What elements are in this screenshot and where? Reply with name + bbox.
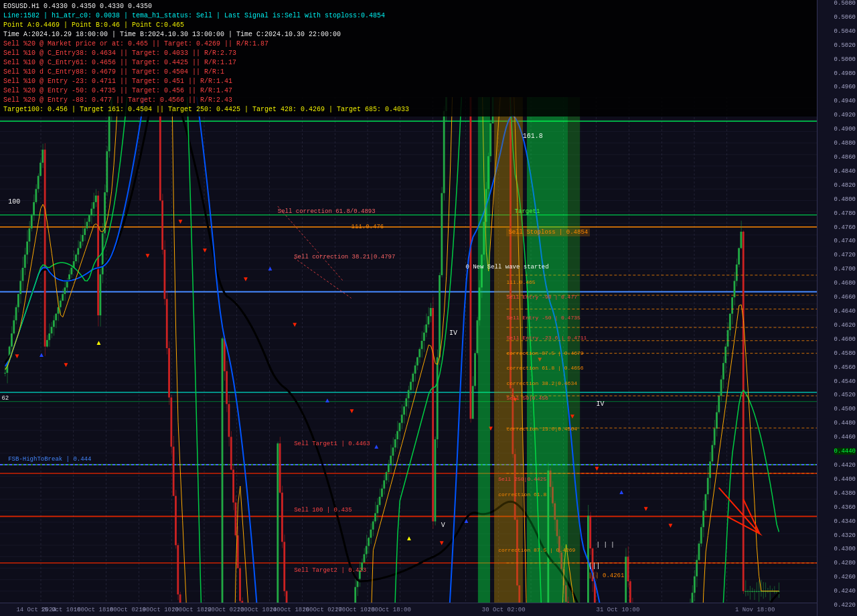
price-label: 0.4960 bbox=[834, 84, 856, 90]
price-label: 0.4320 bbox=[834, 532, 856, 539]
price-label: 0.4600 bbox=[834, 336, 856, 343]
price-label: 0.4520 bbox=[834, 392, 856, 398]
price-label: 0.4940 bbox=[834, 98, 856, 104]
chart-title: EOSUSD.H1 0.4330 0.4350 0.4330 0.4350 bbox=[3, 2, 813, 11]
price-label: 0.4760 bbox=[834, 224, 856, 231]
price-label: 0.4400 bbox=[834, 476, 856, 483]
label-sell-corr-382: Sell correction 38.21|0.4797 bbox=[294, 254, 395, 260]
info-line-8: Sell %10 d C_Entry88: 0.4679 || Target: … bbox=[3, 68, 813, 77]
price-label: 0.4900 bbox=[834, 126, 856, 133]
label-100: 100 bbox=[8, 198, 20, 206]
time-label: 1 Nov 18:00 bbox=[735, 607, 775, 613]
price-label: 0.4460 bbox=[834, 434, 856, 441]
label-62: 62 bbox=[1, 395, 9, 402]
label-iv-2: IV bbox=[597, 400, 605, 408]
price-label: 0.4220 bbox=[834, 602, 856, 609]
chart-canvas bbox=[0, 97, 817, 603]
info-panel: EOSUSD.H1 0.4330 0.4350 0.4330 0.4350 Li… bbox=[0, 0, 817, 117]
price-label: 0.4740 bbox=[834, 238, 856, 244]
label-stoploss: Sell Stoploss | 0.4854 bbox=[506, 228, 590, 236]
price-label: 0.5000 bbox=[834, 56, 856, 63]
price-label: 0.4300 bbox=[834, 546, 856, 552]
price-label: 0.4280 bbox=[834, 560, 856, 566]
label-fsb: FSB-HighToBreak | 0.444 bbox=[8, 456, 91, 463]
price-label: 0.4480 bbox=[834, 420, 856, 427]
price-label: 0.4240 bbox=[834, 588, 856, 595]
info-line-3: Point A:0.4469 | Point B:0.46 | Point C:… bbox=[3, 21, 813, 30]
price-label: 0.4980 bbox=[834, 70, 856, 77]
price-label: 0.4340 bbox=[834, 518, 856, 525]
label-target1: Target1 bbox=[515, 208, 540, 215]
price-label: 0.5040 bbox=[834, 28, 856, 35]
price-label: 0.4880 bbox=[834, 140, 856, 147]
price-label: 0.4860 bbox=[834, 154, 856, 161]
price-label: 0.4420 bbox=[834, 462, 856, 469]
price-label: 0.4560 bbox=[834, 364, 856, 371]
info-line-6: Sell %10 @ C_Entry38: 0.4634 || Target: … bbox=[3, 49, 813, 58]
label-111: 111.0.476 bbox=[352, 224, 384, 230]
price-label: 0.4360 bbox=[834, 504, 856, 511]
label-new-sell-wave: 0 New Sell wave started bbox=[465, 264, 548, 271]
price-label: 0.4680 bbox=[834, 280, 856, 287]
price-label: 0.4500 bbox=[834, 406, 856, 412]
price-scale: 0.50800.50600.50400.50200.50000.49800.49… bbox=[817, 0, 857, 616]
label-entry-236: Sell Entry -23.6 | 0.4711 bbox=[506, 335, 587, 341]
price-label: 0.4660 bbox=[834, 294, 856, 301]
price-label: 0.4580 bbox=[834, 350, 856, 357]
time-label: 31 Oct 10:00 bbox=[597, 607, 640, 613]
price-label: 0.4920 bbox=[834, 112, 856, 119]
label-corr-618: correction 61.8 | 0.4656 bbox=[506, 365, 583, 371]
info-line-7: Sell %10 @ C_Entry61: 0.4656 || Target: … bbox=[3, 58, 813, 68]
price-label: 0.4260 bbox=[834, 574, 856, 581]
price-label: 0.4620 bbox=[834, 322, 856, 329]
price-label: 0.4540 bbox=[834, 378, 856, 385]
time-label: 28 Oct 18:00 bbox=[368, 607, 411, 613]
chart-area: 100 Sell correction 61.8/0.4893 111.0.47… bbox=[0, 97, 817, 603]
info-line-5: Sell %20 @ Market price or at: 0.465 || … bbox=[3, 40, 813, 49]
label-sell-50: Sell 50|0.456 bbox=[506, 395, 548, 401]
label-lll-465: lll.0.465 bbox=[506, 279, 535, 285]
label-iii-v: | | | bbox=[597, 542, 615, 548]
price-label: 0.4700 bbox=[834, 266, 856, 273]
chart-container: EOSUSD.H1 0.4330 0.4350 0.4330 0.4350 Li… bbox=[0, 0, 857, 616]
label-iv-1: IV bbox=[449, 329, 457, 337]
label-corr-875: correction 87.5 | 0.4679 bbox=[506, 350, 583, 356]
label-entry-50: Sell Entry -50 | 0.4735 bbox=[506, 315, 580, 321]
label-sell-corr-618: Sell correction 61.8/0.4893 bbox=[278, 208, 376, 215]
price-label: 0.4640 bbox=[834, 308, 856, 315]
label-sell-100: Sell 100 | 0.435 bbox=[294, 507, 352, 514]
label-corr-382: correction 38.2|0.4634 bbox=[506, 380, 577, 386]
info-line-9: Sell %10 @ Entry -23: 0.4711 || Target: … bbox=[3, 77, 813, 86]
price-label: 0.5080 bbox=[834, 0, 856, 7]
time-label: 30 Oct 02:00 bbox=[482, 607, 526, 613]
price-label: 0.4820 bbox=[834, 182, 856, 189]
label-corr-875b: correction 87.5 | 0.4269 bbox=[498, 547, 575, 553]
label-entry-98: Sell Entry -98 | 0.477 bbox=[506, 294, 577, 300]
price-label: 0.4720 bbox=[834, 252, 856, 258]
price-label: 0.4800 bbox=[834, 196, 856, 203]
v-zone-1 bbox=[478, 97, 490, 603]
price-label: 0.4440 bbox=[834, 448, 856, 455]
label-v: V bbox=[441, 522, 445, 529]
label-sell-250: Sell 250|0.4425 bbox=[498, 476, 546, 482]
info-line-4: Time A:2024.10.29 18:00:00 | Time B:2024… bbox=[3, 30, 813, 40]
price-label: 0.5020 bbox=[834, 42, 856, 49]
info-line-11: Sell %20 @ Entry -88: 0.477 || Target: 0… bbox=[3, 96, 813, 105]
info-line-10: Sell %20 @ Entry -50: 0.4735 || Target: … bbox=[3, 86, 813, 96]
price-label: 0.4380 bbox=[834, 490, 856, 497]
label-sell-target2: Sell Target2 | 0.423 bbox=[294, 567, 366, 574]
label-4261: ||| 0.4261 bbox=[588, 572, 624, 579]
info-line-12: Target100: 0.456 | Target 161: 0.4504 ||… bbox=[3, 105, 813, 114]
price-label: 0.4780 bbox=[834, 210, 856, 217]
price-label: 0.5060 bbox=[834, 14, 856, 21]
time-scale: 14 Oct 202415 Oct 10:0016 Oct 18:0018 Oc… bbox=[0, 603, 817, 616]
price-label: 0.4840 bbox=[834, 168, 856, 175]
label-bars: ||| bbox=[588, 562, 600, 570]
label-1618: 161.8 bbox=[523, 133, 543, 140]
info-line-2: Line:1582 | h1_atr_c0: 0.0038 | tema_h1_… bbox=[3, 11, 813, 21]
label-sell-target1: Sell Target1 | 0.4463 bbox=[294, 441, 370, 447]
label-corr-618b: correction 61.8 bbox=[498, 491, 546, 497]
label-corr-136: correction 13.6|0.4504 bbox=[506, 426, 577, 432]
